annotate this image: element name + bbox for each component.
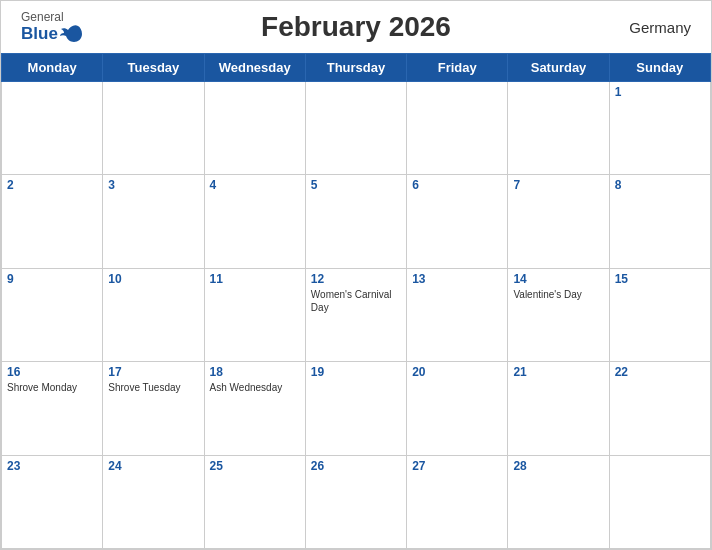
calendar-cell: 7 xyxy=(508,175,609,268)
calendar-cell: 22 xyxy=(609,362,710,455)
day-number: 13 xyxy=(412,272,502,286)
day-number: 25 xyxy=(210,459,300,473)
calendar-cell: 12Women's Carnival Day xyxy=(305,268,406,361)
day-number: 4 xyxy=(210,178,300,192)
day-number: 17 xyxy=(108,365,198,379)
calendar-cell xyxy=(407,82,508,175)
calendar-cell: 5 xyxy=(305,175,406,268)
calendar-cell: 16Shrove Monday xyxy=(2,362,103,455)
day-number: 24 xyxy=(108,459,198,473)
logo: General Blue xyxy=(21,10,82,44)
calendar-cell: 20 xyxy=(407,362,508,455)
calendar-cell: 1 xyxy=(609,82,710,175)
day-event: Women's Carnival Day xyxy=(311,288,401,314)
calendar-cell: 10 xyxy=(103,268,204,361)
calendar-cell: 25 xyxy=(204,455,305,548)
calendar-cell: 26 xyxy=(305,455,406,548)
day-number: 10 xyxy=(108,272,198,286)
week-row-4: 232425262728 xyxy=(2,455,711,548)
calendar-cell xyxy=(2,82,103,175)
logo-general: General xyxy=(21,10,82,24)
weekday-tuesday: Tuesday xyxy=(103,54,204,82)
calendar-cell xyxy=(305,82,406,175)
calendar-cell xyxy=(103,82,204,175)
day-number: 20 xyxy=(412,365,502,379)
calendar-cell: 14Valentine's Day xyxy=(508,268,609,361)
calendar-cell: 28 xyxy=(508,455,609,548)
day-number: 7 xyxy=(513,178,603,192)
calendar-cell: 8 xyxy=(609,175,710,268)
day-number: 21 xyxy=(513,365,603,379)
day-number: 14 xyxy=(513,272,603,286)
calendar-cell xyxy=(609,455,710,548)
calendar-cell xyxy=(508,82,609,175)
week-row-3: 16Shrove Monday17Shrove Tuesday18Ash Wed… xyxy=(2,362,711,455)
day-number: 6 xyxy=(412,178,502,192)
calendar-cell: 9 xyxy=(2,268,103,361)
day-number: 19 xyxy=(311,365,401,379)
day-number: 15 xyxy=(615,272,705,286)
day-event: Shrove Tuesday xyxy=(108,381,198,394)
calendar-cell: 15 xyxy=(609,268,710,361)
week-row-2: 9101112Women's Carnival Day1314Valentine… xyxy=(2,268,711,361)
day-event: Valentine's Day xyxy=(513,288,603,301)
day-number: 8 xyxy=(615,178,705,192)
country-label: Germany xyxy=(629,19,691,36)
day-number: 28 xyxy=(513,459,603,473)
day-number: 27 xyxy=(412,459,502,473)
logo-blue: Blue xyxy=(21,24,58,44)
day-number: 23 xyxy=(7,459,97,473)
calendar-cell: 17Shrove Tuesday xyxy=(103,362,204,455)
week-row-0: 1 xyxy=(2,82,711,175)
day-number: 26 xyxy=(311,459,401,473)
day-number: 16 xyxy=(7,365,97,379)
day-number: 5 xyxy=(311,178,401,192)
calendar-container: General Blue February 2026 Germany Monda… xyxy=(0,0,712,550)
calendar-cell: 2 xyxy=(2,175,103,268)
week-row-1: 2345678 xyxy=(2,175,711,268)
calendar-table: MondayTuesdayWednesdayThursdayFridaySatu… xyxy=(1,53,711,549)
day-number: 12 xyxy=(311,272,401,286)
calendar-cell: 19 xyxy=(305,362,406,455)
calendar-cell: 24 xyxy=(103,455,204,548)
calendar-cell: 6 xyxy=(407,175,508,268)
day-number: 9 xyxy=(7,272,97,286)
calendar-cell: 21 xyxy=(508,362,609,455)
day-event: Shrove Monday xyxy=(7,381,97,394)
weekday-saturday: Saturday xyxy=(508,54,609,82)
weekday-wednesday: Wednesday xyxy=(204,54,305,82)
weekday-header-row: MondayTuesdayWednesdayThursdayFridaySatu… xyxy=(2,54,711,82)
day-event: Ash Wednesday xyxy=(210,381,300,394)
calendar-cell: 18Ash Wednesday xyxy=(204,362,305,455)
weekday-sunday: Sunday xyxy=(609,54,710,82)
calendar-cell: 11 xyxy=(204,268,305,361)
day-number: 2 xyxy=(7,178,97,192)
day-number: 11 xyxy=(210,272,300,286)
calendar-header: General Blue February 2026 Germany xyxy=(1,1,711,53)
day-number: 3 xyxy=(108,178,198,192)
weekday-thursday: Thursday xyxy=(305,54,406,82)
day-number: 1 xyxy=(615,85,705,99)
calendar-cell: 4 xyxy=(204,175,305,268)
calendar-cell xyxy=(204,82,305,175)
day-number: 18 xyxy=(210,365,300,379)
calendar-cell: 23 xyxy=(2,455,103,548)
logo-bird-icon xyxy=(60,24,82,44)
weekday-monday: Monday xyxy=(2,54,103,82)
calendar-cell: 3 xyxy=(103,175,204,268)
calendar-cell: 27 xyxy=(407,455,508,548)
calendar-cell: 13 xyxy=(407,268,508,361)
weekday-friday: Friday xyxy=(407,54,508,82)
calendar-title: February 2026 xyxy=(261,11,451,43)
day-number: 22 xyxy=(615,365,705,379)
